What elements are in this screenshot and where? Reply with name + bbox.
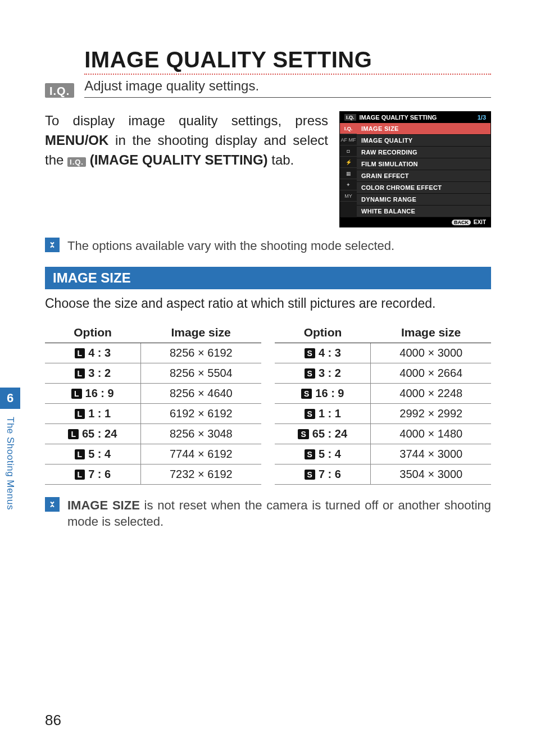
option-cell: L5 : 4	[45, 444, 140, 464]
menu-sim-tab: I.Q.	[340, 123, 357, 134]
menu-sim-item: DYNAMIC RANGE	[357, 194, 490, 206]
option-cell: S3 : 2	[275, 363, 371, 383]
image-size-cell: 3744 × 3000	[371, 444, 491, 464]
menu-sim-item: IMAGE QUALITY	[357, 135, 490, 147]
menu-sim-tab: ✦	[340, 179, 357, 190]
size-badge-icon: L	[75, 368, 85, 379]
size-badge-icon: S	[305, 470, 315, 480]
table-row: S3 : 24000 × 2664	[275, 363, 491, 383]
aspect-ratio-label: 1 : 1	[319, 407, 341, 420]
menu-sim-footer: BACK EXIT	[340, 217, 490, 227]
intro-paragraph: To display image quality settings, press…	[45, 111, 328, 170]
th-size: Image size	[140, 322, 261, 343]
image-size-cell: 3504 × 3000	[371, 464, 491, 484]
option-cell: L3 : 2	[45, 363, 140, 383]
menu-sim-item: IMAGE SIZE	[357, 123, 490, 135]
menu-sim-tab: MY	[340, 190, 357, 202]
menu-sim-page: 1/3	[478, 114, 486, 121]
menu-sim-tab: ▦	[340, 168, 357, 179]
chapter-number: 6	[0, 388, 20, 409]
intro-text-3: tab.	[268, 152, 294, 167]
table-row: L5 : 47744 × 6192	[45, 444, 261, 464]
side-tab-label: The Shooting Menus	[4, 417, 16, 510]
option-cell: S5 : 4	[275, 444, 371, 464]
aspect-ratio-label: 7 : 6	[319, 468, 341, 480]
menu-sim-item: COLOR CHROME EFFECT	[357, 182, 490, 194]
menu-sim-header-badge: I.Q.	[344, 114, 356, 121]
section-description: Choose the size and aspect ratio at whic…	[45, 296, 491, 311]
option-cell: S4 : 3	[275, 343, 371, 363]
aspect-ratio-label: 3 : 2	[88, 367, 111, 379]
table-row: S7 : 63504 × 3000	[275, 464, 491, 484]
image-size-cell: 6192 × 6192	[140, 403, 261, 423]
size-badge-icon: L	[68, 429, 79, 440]
image-size-cell: 4000 × 1480	[371, 423, 491, 444]
note-icon	[45, 238, 60, 252]
menu-sim-tab: ⚡	[340, 157, 357, 168]
image-size-table-left: Option Image size L4 : 38256 × 6192L3 : …	[45, 322, 261, 485]
table-row: L16 : 98256 × 4640	[45, 383, 261, 403]
menu-sim-title: IMAGE QUALITY SETTING	[360, 114, 437, 121]
iq-badge-icon: I.Q.	[45, 83, 74, 98]
option-cell: L7 : 6	[45, 464, 140, 484]
menu-sim-header: I.Q. IMAGE QUALITY SETTING 1/3	[340, 112, 490, 123]
size-badge-icon: L	[75, 470, 85, 480]
table-row: L4 : 38256 × 6192	[45, 343, 261, 363]
menu-sim-list: IMAGE SIZEIMAGE QUALITYRAW RECORDINGFILM…	[357, 123, 490, 217]
page-number: 86	[45, 712, 61, 729]
size-badge-icon: S	[301, 389, 312, 399]
th-option: Option	[275, 322, 371, 343]
size-badge-icon: L	[75, 449, 85, 460]
section-bar-image-size: IMAGE SIZE	[45, 267, 491, 289]
option-cell: L1 : 1	[45, 403, 140, 423]
size-badge-icon: L	[75, 409, 85, 420]
option-cell: L4 : 3	[45, 343, 140, 363]
option-cell: S65 : 24	[275, 423, 371, 444]
image-size-cell: 8256 × 5504	[140, 363, 261, 383]
image-size-cell: 4000 × 2248	[371, 383, 491, 403]
table-row: S5 : 43744 × 3000	[275, 444, 491, 464]
image-size-cell: 2992 × 2992	[371, 403, 491, 423]
side-tab: 6 The Shooting Menus	[0, 388, 20, 510]
aspect-ratio-label: 16 : 9	[85, 387, 114, 399]
image-size-cell: 8256 × 3048	[140, 423, 261, 444]
aspect-ratio-label: 5 : 4	[88, 448, 111, 460]
menu-sim-tab: AF MF	[340, 134, 357, 145]
th-option: Option	[45, 322, 140, 343]
iq-inline-icon: I.Q.	[67, 157, 86, 167]
menu-screenshot: I.Q. IMAGE QUALITY SETTING 1/3 I.Q.AF MF…	[339, 111, 491, 227]
size-badge-icon: S	[305, 409, 315, 420]
size-badge-icon: S	[305, 449, 315, 460]
aspect-ratio-label: 65 : 24	[82, 427, 117, 440]
note-2-bold: IMAGE SIZE	[67, 498, 140, 512]
image-size-cell: 7744 × 6192	[140, 444, 261, 464]
option-cell: L16 : 9	[45, 383, 140, 403]
size-badge-icon: S	[305, 368, 315, 379]
note-icon	[45, 497, 60, 512]
menu-ok-label: MENU/OK	[45, 133, 108, 148]
size-badge-icon: S	[298, 429, 308, 440]
option-cell: S16 : 9	[275, 383, 371, 403]
page-title: IMAGE QUALITY SETTING	[84, 47, 491, 75]
image-size-cell: 7232 × 6192	[140, 464, 261, 484]
aspect-ratio-label: 16 : 9	[315, 387, 344, 399]
page-heading: I.Q. IMAGE QUALITY SETTING Adjust image …	[45, 47, 491, 98]
size-badge-icon: L	[75, 348, 85, 359]
menu-sim-tabs: I.Q.AF MF◘⚡▦✦MY	[340, 123, 357, 217]
option-cell: S7 : 6	[275, 464, 371, 484]
intro-text-1: To display image quality settings, press	[45, 113, 328, 128]
table-row: L65 : 248256 × 3048	[45, 423, 261, 444]
th-size: Image size	[371, 322, 491, 343]
menu-sim-item: GRAIN EFFECT	[357, 170, 490, 182]
menu-sim-item: WHITE BALANCE	[357, 206, 490, 217]
image-size-table-right: Option Image size S4 : 34000 × 3000S3 : …	[275, 322, 491, 485]
menu-sim-back-label: BACK	[452, 220, 471, 225]
intro-setting-label: (IMAGE QUALITY SETTING)	[86, 152, 268, 167]
size-badge-icon: L	[71, 389, 82, 399]
aspect-ratio-label: 4 : 3	[88, 347, 111, 359]
aspect-ratio-label: 5 : 4	[319, 448, 341, 460]
menu-sim-tab: ◘	[340, 145, 357, 157]
aspect-ratio-label: 65 : 24	[312, 427, 347, 440]
note-2-text: IMAGE SIZE is not reset when the camera …	[67, 497, 491, 530]
size-badge-icon: S	[305, 348, 315, 359]
